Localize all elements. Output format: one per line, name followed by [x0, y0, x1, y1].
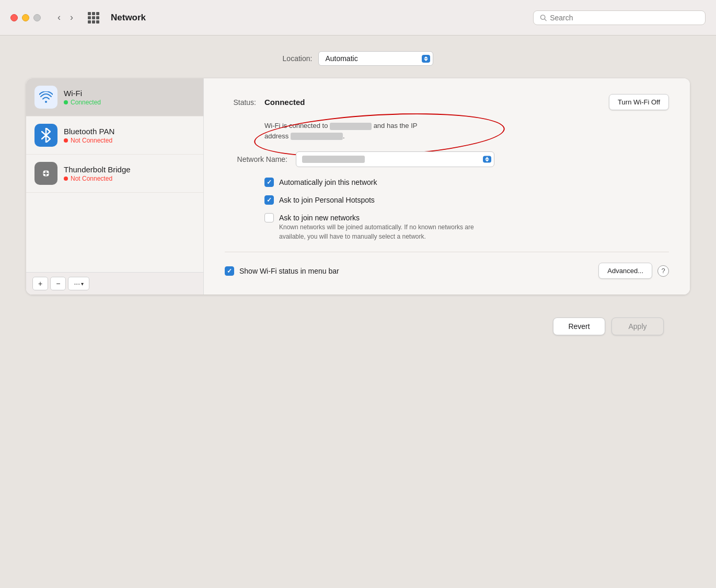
- close-button[interactable]: [10, 14, 18, 21]
- bluetooth-status-dot: [64, 138, 68, 143]
- show-status-row: Show Wi-Fi status in menu bar: [225, 266, 339, 276]
- status-row: Status: Connected Turn Wi-Fi Off: [225, 94, 669, 110]
- bluetooth-name: Bluetooth PAN: [64, 127, 114, 136]
- connection-info-wrapper: Wi-Fi is connected to and has the IP add…: [264, 121, 669, 141]
- main-content: Location: Automatic: [0, 36, 716, 361]
- network-name-input[interactable]: [296, 151, 494, 167]
- network-name-blurred-inline: [330, 123, 372, 130]
- bluetooth-icon: [41, 128, 51, 143]
- network-name-label: Network Name:: [225, 155, 287, 163]
- maximize-button[interactable]: [33, 14, 41, 21]
- svg-rect-3: [43, 171, 45, 173]
- auto-join-checkbox[interactable]: [264, 178, 274, 187]
- search-icon: [540, 14, 547, 21]
- connection-info-part1: Wi-Fi is connected to: [264, 122, 328, 130]
- more-options-chevron: ▾: [81, 281, 84, 287]
- new-networks-description: Known networks will be joined automatica…: [279, 222, 488, 241]
- bluetooth-icon-container: [34, 124, 57, 147]
- up-arrow: [485, 157, 489, 159]
- status-label: Status:: [225, 98, 256, 107]
- footer: Revert Apply: [26, 307, 690, 346]
- wifi-icon: [39, 91, 53, 103]
- new-networks-checkbox[interactable]: [264, 213, 274, 222]
- sidebar-toolbar: + − ··· ▾: [26, 272, 203, 295]
- connection-info-part2: and has the IP: [374, 122, 418, 130]
- content-area: Wi-Fi Connected Blue: [26, 78, 690, 295]
- show-wifi-status-checkbox[interactable]: [225, 266, 234, 276]
- wifi-icon-container: [34, 86, 57, 109]
- personal-hotspot-checkbox[interactable]: [264, 195, 274, 205]
- traffic-lights: [10, 14, 41, 21]
- thunderbolt-status: Not Connected: [64, 175, 131, 182]
- more-options-icon: ···: [74, 279, 80, 288]
- down-arrow: [485, 160, 489, 162]
- thunderbolt-name: Thunderbolt Bridge: [64, 165, 131, 174]
- sidebar: Wi-Fi Connected Blue: [26, 78, 204, 295]
- bluetooth-info: Bluetooth PAN Not Connected: [64, 127, 114, 144]
- titlebar: ‹ › Network: [0, 0, 716, 36]
- svg-rect-4: [47, 171, 49, 173]
- wifi-name: Wi-Fi: [64, 89, 101, 98]
- help-button[interactable]: ?: [657, 265, 669, 277]
- search-bar: [533, 10, 706, 25]
- bluetooth-status: Not Connected: [64, 137, 114, 144]
- thunderbolt-icon: [40, 168, 52, 179]
- checkboxes-section: Automatically join this network Ask to j…: [264, 178, 669, 241]
- remove-network-button[interactable]: −: [50, 277, 66, 290]
- network-name-row: Network Name:: [225, 151, 669, 167]
- wifi-status-dot: [64, 100, 68, 104]
- personal-hotspot-label: Ask to join Personal Hotspots: [279, 196, 375, 204]
- new-networks-label: Ask to join new networks: [279, 214, 360, 222]
- show-wifi-status-label: Show Wi-Fi status in menu bar: [239, 267, 339, 275]
- minimize-button[interactable]: [22, 14, 29, 21]
- back-button[interactable]: ‹: [54, 11, 64, 24]
- location-select[interactable]: Automatic: [318, 51, 433, 66]
- bottom-buttons: Advanced... ?: [598, 263, 669, 279]
- thunderbolt-info: Thunderbolt Bridge Not Connected: [64, 165, 131, 182]
- bluetooth-status-text: Not Connected: [71, 137, 112, 144]
- svg-line-1: [545, 19, 546, 20]
- forward-button[interactable]: ›: [67, 11, 76, 24]
- auto-join-row: Automatically join this network: [264, 178, 669, 187]
- search-input[interactable]: [550, 14, 699, 22]
- grid-menu-icon[interactable]: [88, 12, 99, 23]
- location-select-wrapper: Automatic: [318, 51, 433, 66]
- new-networks-group: Ask to join new networks Known networks …: [264, 213, 669, 241]
- thunderbolt-status-text: Not Connected: [71, 175, 112, 182]
- svg-rect-6: [47, 174, 49, 176]
- sidebar-item-bluetooth-pan[interactable]: Bluetooth PAN Not Connected: [26, 116, 203, 155]
- page-title: Network: [111, 13, 525, 23]
- connection-info-text: Wi-Fi is connected to and has the IP add…: [264, 121, 526, 141]
- wifi-info: Wi-Fi Connected: [64, 89, 101, 106]
- more-options-button[interactable]: ··· ▾: [68, 277, 89, 290]
- advanced-button[interactable]: Advanced...: [598, 263, 652, 279]
- add-network-button[interactable]: +: [32, 277, 48, 290]
- nav-buttons: ‹ ›: [54, 11, 76, 24]
- connection-info-part3: address: [264, 132, 288, 140]
- svg-point-2: [41, 168, 51, 179]
- sidebar-item-thunderbolt[interactable]: Thunderbolt Bridge Not Connected: [26, 155, 203, 193]
- thunderbolt-status-dot: [64, 177, 68, 181]
- wifi-status-text: Connected: [71, 99, 101, 106]
- location-row: Location: Automatic: [26, 51, 690, 66]
- thunderbolt-icon-container: [34, 162, 57, 185]
- sidebar-items: Wi-Fi Connected Blue: [26, 78, 203, 272]
- turn-wifi-off-button[interactable]: Turn Wi-Fi Off: [609, 94, 669, 110]
- status-value: Connected: [264, 98, 305, 107]
- detail-bottom: Show Wi-Fi status in menu bar Advanced..…: [225, 252, 669, 279]
- svg-rect-5: [43, 174, 45, 176]
- ip-address-blurred: [291, 133, 343, 140]
- revert-button[interactable]: Revert: [553, 317, 605, 335]
- detail-panel: Status: Connected Turn Wi-Fi Off Wi-Fi i…: [204, 78, 690, 295]
- network-name-input-wrapper: [296, 151, 494, 167]
- wifi-status: Connected: [64, 99, 101, 106]
- apply-button[interactable]: Apply: [611, 317, 664, 335]
- sidebar-item-wifi[interactable]: Wi-Fi Connected: [26, 78, 203, 116]
- new-networks-row: Ask to join new networks: [264, 213, 669, 222]
- personal-hotspot-row: Ask to join Personal Hotspots: [264, 195, 669, 205]
- network-name-select-arrow: [483, 156, 491, 163]
- location-label: Location:: [283, 54, 313, 63]
- auto-join-label: Automatically join this network: [279, 178, 377, 186]
